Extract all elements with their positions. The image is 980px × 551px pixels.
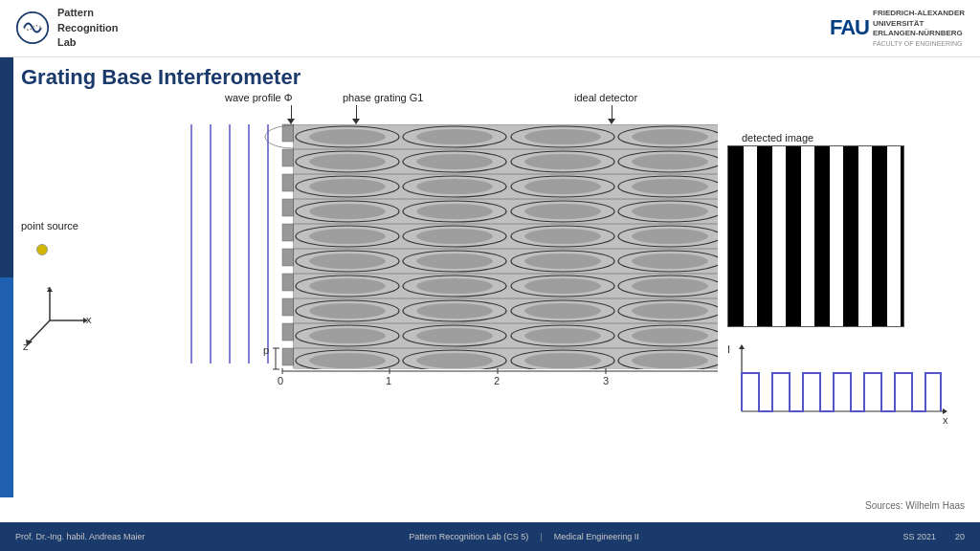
svg-text:I: I xyxy=(727,343,730,355)
svg-point-92 xyxy=(524,179,601,194)
svg-point-134 xyxy=(632,303,708,319)
svg-rect-17 xyxy=(282,174,294,191)
footer-center1: Pattern Recognition Lab (CS 5) xyxy=(409,532,528,541)
footer-page: 20 xyxy=(955,532,965,541)
svg-text:1: 1 xyxy=(386,375,391,386)
svg-point-82 xyxy=(416,154,493,169)
point-source-label: point source xyxy=(21,220,78,231)
coordinate-axes: x y z xyxy=(21,287,98,354)
svg-point-150 xyxy=(632,353,708,368)
svg-point-78 xyxy=(632,129,708,144)
svg-point-116 xyxy=(524,253,601,269)
svg-text:0: 0 xyxy=(278,375,283,386)
svg-point-146 xyxy=(416,353,493,368)
footer-semester: SS 2021 xyxy=(902,532,936,541)
svg-text:x: x xyxy=(943,414,947,426)
svg-rect-19 xyxy=(282,224,294,241)
svg-point-96 xyxy=(309,204,386,219)
svg-point-144 xyxy=(309,353,386,368)
svg-point-110 xyxy=(632,229,708,244)
svg-rect-173 xyxy=(858,146,872,327)
svg-point-94 xyxy=(632,179,708,194)
svg-point-72 xyxy=(309,129,386,144)
talbot-pattern xyxy=(294,124,718,371)
svg-point-84 xyxy=(524,154,601,169)
svg-rect-16 xyxy=(282,149,294,166)
svg-point-126 xyxy=(632,278,708,294)
intensity-plot: I x xyxy=(723,340,947,435)
svg-rect-23 xyxy=(282,323,294,341)
svg-point-102 xyxy=(632,204,708,219)
svg-rect-18 xyxy=(282,199,294,216)
slide: Pattern Recognition Lab FAU FRIEDRICH-AL… xyxy=(0,0,980,551)
header: Pattern Recognition Lab FAU FRIEDRICH-AL… xyxy=(0,0,980,57)
svg-text:2: 2 xyxy=(494,375,500,386)
prl-logo-icon xyxy=(15,11,50,45)
svg-point-74 xyxy=(416,129,493,144)
footer-right: SS 2021 20 xyxy=(902,532,965,541)
footer-center2: Medical Engineering II xyxy=(554,532,639,541)
fau-text: FRIEDRICH-ALEXANDER UNIVERSITÄT ERLANGEN… xyxy=(873,9,965,47)
svg-point-140 xyxy=(524,328,601,343)
svg-point-86 xyxy=(632,154,708,169)
svg-rect-171 xyxy=(801,146,814,327)
svg-point-112 xyxy=(309,253,386,269)
svg-point-132 xyxy=(524,303,601,319)
point-source-dot xyxy=(36,244,48,255)
svg-point-90 xyxy=(416,179,493,194)
svg-point-106 xyxy=(416,229,493,244)
ideal-detector-label: ideal detector xyxy=(574,92,637,103)
svg-point-80 xyxy=(309,154,386,169)
svg-rect-169 xyxy=(744,146,757,327)
svg-rect-22 xyxy=(282,298,294,316)
svg-text:3: 3 xyxy=(603,375,609,386)
phase-grating-label: phase grating G1 xyxy=(343,92,423,103)
svg-point-98 xyxy=(416,204,493,219)
svg-point-142 xyxy=(632,328,708,343)
svg-point-104 xyxy=(309,229,386,244)
svg-rect-24 xyxy=(282,348,294,365)
footer-left: Prof. Dr.-Ing. habil. Andreas Maier xyxy=(15,532,145,541)
svg-rect-175 xyxy=(723,340,947,416)
svg-text:z: z xyxy=(23,341,29,352)
svg-rect-21 xyxy=(282,274,294,291)
fau-bold-text: FAU xyxy=(830,15,869,40)
svg-point-120 xyxy=(309,278,386,294)
svg-rect-172 xyxy=(830,146,843,327)
svg-point-122 xyxy=(416,278,493,294)
main-diagram-svg: 0 1 2 3 n p xyxy=(134,115,718,411)
svg-point-88 xyxy=(309,179,386,194)
logo-left: Pattern Recognition Lab xyxy=(15,6,119,50)
svg-point-118 xyxy=(632,253,708,269)
svg-point-114 xyxy=(416,253,493,269)
svg-text:y: y xyxy=(47,287,53,289)
svg-rect-15 xyxy=(282,124,294,142)
svg-rect-170 xyxy=(772,146,786,327)
svg-point-76 xyxy=(524,129,601,144)
prl-logo-text: Pattern Recognition Lab xyxy=(57,6,119,50)
svg-rect-20 xyxy=(282,249,294,266)
footer-center: Pattern Recognition Lab (CS 5) | Medical… xyxy=(409,532,638,541)
svg-point-130 xyxy=(416,303,493,319)
svg-point-136 xyxy=(309,328,386,343)
svg-point-148 xyxy=(524,353,601,368)
svg-line-5 xyxy=(29,320,50,342)
svg-point-124 xyxy=(524,278,601,294)
svg-point-138 xyxy=(416,328,493,343)
svg-text:p: p xyxy=(263,344,269,356)
left-accent-bar xyxy=(0,57,13,497)
detected-image-label: detected image xyxy=(742,132,813,143)
wave-profile-label: wave profile Φ xyxy=(225,92,293,103)
fau-logo: FAU FRIEDRICH-ALEXANDER UNIVERSITÄT ERLA… xyxy=(830,9,965,47)
sources-credit: Sources: Wilhelm Haas xyxy=(865,500,965,511)
page-title: Grating Base Interferometer xyxy=(21,65,301,90)
svg-text:x: x xyxy=(86,314,92,325)
svg-point-100 xyxy=(524,204,601,219)
svg-rect-174 xyxy=(887,146,901,327)
detected-image-box xyxy=(727,145,904,327)
svg-point-128 xyxy=(309,303,386,319)
svg-point-108 xyxy=(524,229,601,244)
footer: Prof. Dr.-Ing. habil. Andreas Maier Patt… xyxy=(0,522,980,551)
